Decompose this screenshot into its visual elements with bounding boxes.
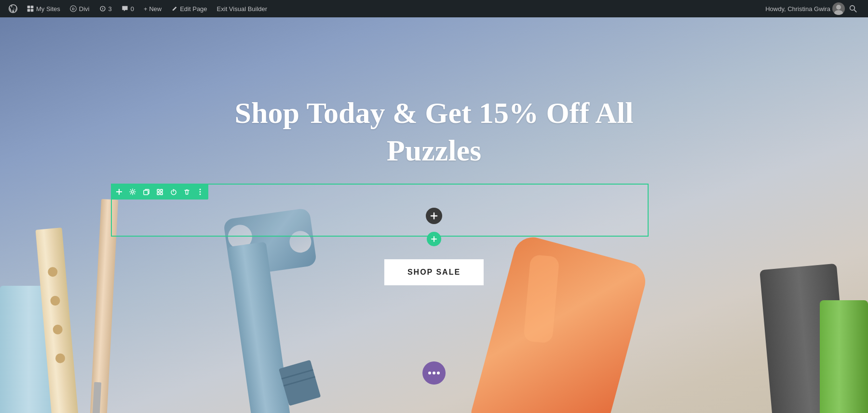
divi-icon: D [70, 5, 77, 12]
grid-icon [157, 189, 163, 195]
svg-rect-17 [160, 192, 162, 194]
hero-content: Shop Today & Get 15% Off All Puzzles [0, 94, 868, 169]
hero-title: Shop Today & Get 15% Off All Puzzles [235, 94, 634, 169]
comments-menu[interactable]: 0 [117, 0, 139, 17]
divi-clone-btn[interactable] [140, 186, 152, 198]
svg-rect-14 [157, 189, 159, 191]
updates-icon [99, 5, 106, 12]
search-icon [849, 5, 857, 13]
svg-point-8 [850, 6, 855, 11]
howdy-label: Howdy, Christina Gwira [765, 5, 830, 13]
edit-page-label: Edit Page [180, 5, 207, 13]
exit-vb-label: Exit Visual Builder [217, 5, 268, 13]
dot-1 [428, 372, 431, 374]
divi-add-btn[interactable] [113, 186, 125, 198]
divi-purple-settings-btn[interactable] [422, 361, 446, 385]
divi-grid-btn[interactable] [153, 186, 166, 198]
avatar[interactable] [832, 2, 845, 15]
admin-bar-right: Howdy, Christina Gwira [765, 2, 864, 15]
new-label: + New [144, 5, 162, 13]
admin-bar: My Sites D Divi 3 0 + New Edit Page Exit… [0, 0, 868, 17]
wp-logo[interactable] [4, 0, 22, 17]
new-content-menu[interactable]: + New [139, 0, 166, 17]
power-icon [170, 189, 176, 195]
svg-point-6 [836, 5, 841, 10]
divi-toggle-btn[interactable] [167, 186, 179, 198]
svg-point-7 [834, 10, 843, 15]
add-module-btn[interactable] [426, 208, 442, 224]
divi-settings-btn-row[interactable] [126, 186, 139, 198]
svg-rect-16 [157, 192, 159, 194]
exit-vb-btn[interactable]: Exit Visual Builder [212, 0, 272, 17]
edit-icon [171, 6, 177, 12]
edit-page-btn[interactable]: Edit Page [166, 0, 212, 17]
svg-point-20 [200, 194, 201, 195]
updates-count: 3 [108, 5, 112, 13]
updates-menu[interactable]: 3 [95, 0, 117, 17]
hero-section: Shop Today & Get 15% Off All Puzzles [0, 17, 868, 413]
dot-2 [433, 372, 435, 374]
trash-icon [184, 189, 190, 195]
my-sites-label: My Sites [36, 5, 60, 13]
toy-wrench-grip [279, 360, 321, 406]
comments-count: 0 [131, 5, 134, 13]
divi-selected-row[interactable] [111, 184, 649, 237]
shop-sale-button[interactable]: SHOP SALE [384, 259, 484, 285]
dot-3 [437, 372, 440, 374]
toy-green-right [820, 300, 868, 413]
plus-icon [116, 188, 122, 195]
hero-title-line1: Shop Today & Get 15% Off All [235, 96, 634, 129]
more-icon [199, 188, 201, 195]
toy-orange-tool [469, 233, 650, 413]
gear-icon [129, 188, 136, 195]
wordpress-icon [9, 4, 17, 13]
svg-rect-2 [27, 9, 30, 12]
divi-delete-btn[interactable] [180, 186, 193, 198]
my-sites-menu[interactable]: My Sites [22, 0, 65, 17]
add-module-icon [430, 212, 438, 220]
hero-title-line2: Puzzles [387, 134, 481, 167]
svg-rect-15 [160, 189, 162, 191]
clone-icon [143, 189, 149, 195]
svg-rect-13 [144, 190, 148, 195]
divi-row-toolbar [111, 184, 208, 200]
svg-text:D: D [72, 7, 74, 11]
svg-rect-1 [31, 6, 34, 9]
comments-icon [122, 5, 128, 12]
svg-rect-0 [27, 6, 30, 9]
divi-more-btn[interactable] [194, 186, 206, 198]
svg-rect-3 [31, 9, 34, 12]
add-row-btn[interactable] [427, 232, 441, 246]
svg-point-19 [200, 191, 201, 193]
divi-menu[interactable]: D Divi [65, 0, 95, 17]
divi-label: Divi [79, 5, 90, 13]
svg-point-18 [200, 189, 201, 190]
my-sites-icon [27, 5, 34, 12]
search-btn[interactable] [847, 2, 859, 15]
svg-point-12 [132, 191, 134, 193]
add-row-icon [431, 236, 437, 242]
svg-line-9 [854, 10, 856, 12]
